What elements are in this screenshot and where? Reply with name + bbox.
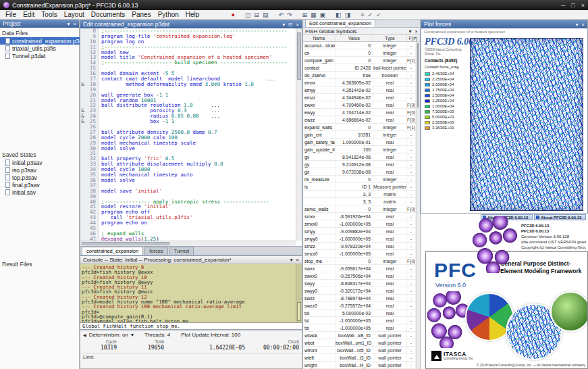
plot-close-icon[interactable]: × [582, 22, 585, 28]
symbol-row[interactable]: accumul...strains 0 integer - [303, 42, 416, 49]
saved-state-item[interactable]: final.p3sav [0, 181, 80, 189]
data-file-item[interactable]: constrained_expansion.p3dat [0, 37, 80, 45]
symbol-row[interactable]: servo_walls 0 integer F(0) [303, 205, 416, 213]
symbol-row[interactable]: expand_walls 0 integer F(1) [303, 124, 416, 131]
symbol-row[interactable]: wfront boxWall...nt5_ID wall pointer - [303, 347, 416, 354]
symbol-row[interactable]: emzz 4.344946e-02 real - [303, 94, 416, 101]
symbol-row[interactable]: ewzz 4.686664e-02 real F(0) [303, 116, 416, 124]
symbol-row[interactable]: do_zservo true boolean - [303, 72, 416, 79]
symbol-row[interactable]: compute_gain 0 integer F(1) [303, 57, 416, 64]
split-right-icon[interactable]: ◨ [345, 11, 351, 18]
fish-close-icon[interactable]: × [415, 28, 418, 34]
editor-vertical-scrollbar[interactable] [296, 28, 302, 241]
close-button[interactable]: × [581, 2, 585, 9]
scrollbar-thumb[interactable] [297, 302, 301, 321]
symbol-row[interactable]: smzz0 -1.000000e+05 real - [303, 250, 416, 257]
symbol-row[interactable]: smyy -9.009882e+04 real - [303, 228, 416, 235]
editor-tab[interactable]: constrained_expansion [82, 247, 143, 255]
saved-state-item[interactable]: iso.p3sav [0, 166, 80, 174]
menu-item[interactable]: Tools [38, 11, 60, 18]
editor-menu-icon[interactable]: ▾ [283, 22, 286, 28]
symbol-row[interactable]: smzz -9.978320e+04 real - [303, 243, 416, 250]
symbol-row[interactable]: smxx0 -1.000000e+05 real - [303, 220, 416, 228]
saved-state-item[interactable]: initial.sav [0, 189, 80, 196]
determinism-toggle-icon[interactable]: ✓ [367, 11, 373, 18]
panel-close-icon[interactable]: × [74, 21, 76, 27]
symbol-row[interactable]: smxx -8.591926e+04 real - [303, 213, 416, 220]
symbol-row[interactable]: ewxx 4.709460e-02 real F(0) [303, 101, 416, 109]
split-left-icon[interactable]: ◧ [336, 11, 342, 18]
symbol-row[interactable]: emxx 4.363609e-02 real - [303, 79, 416, 87]
collapse-status-icon[interactable]: ◀ [83, 333, 86, 337]
panel-menu-icon[interactable]: ▾ [68, 21, 70, 27]
saved-state-item[interactable]: initial.p3sav [0, 159, 80, 166]
minimize-button[interactable]: ─ [561, 2, 565, 9]
symbol-row[interactable]: tsi -1.000000e+05 real - [303, 317, 416, 324]
editor-float-icon[interactable]: ⊡ [288, 22, 292, 28]
scrollbar-thumb[interactable] [417, 43, 419, 107]
console-output[interactable]: --- Created history 9pfc3d>fish history … [80, 264, 296, 322]
autosave-toggle-icon[interactable]: ✓ [376, 11, 381, 18]
menu-item[interactable]: Documents [88, 11, 129, 18]
redo-icon[interactable]: ↷ [287, 11, 292, 18]
symbol-row[interactable]: gx 8.941824e-08 real - [303, 153, 416, 161]
single-view-icon[interactable]: ▣ [320, 11, 326, 18]
symbol-row[interactable]: stop_me 0 integer F(0) [303, 257, 416, 265]
symbol-row[interactable]: 3, 3 matrix - [303, 191, 416, 198]
data-file-item[interactable]: triaxial_utils.p3fis [0, 45, 80, 52]
show-project-icon[interactable]: ▤ [263, 11, 269, 18]
symbol-row[interactable]: contact ID 2428 ball-facet pointer - [303, 64, 416, 72]
symbol-row[interactable]: swzz -8.788974e+04 real - [303, 295, 416, 302]
console-menu-icon[interactable]: ▾ [290, 257, 293, 263]
add-view-icon[interactable]: ⊞ [302, 11, 308, 18]
code-editor-area[interactable]: 8 ;-------------------------------------… [80, 28, 296, 241]
menu-item[interactable]: File [2, 11, 20, 18]
plot-menu-icon[interactable]: ▾ [576, 22, 579, 28]
symbol-row[interactable]: swyy0 -9.320172e+04 real - [303, 287, 416, 295]
symbol-row[interactable]: ewyy 4.704714e-02 real F(0) [303, 109, 416, 116]
symbol-row[interactable]: swxx0 -9.267506e+04 real - [303, 272, 416, 280]
menu-item[interactable]: Layout [61, 11, 88, 18]
scrollbar-thumb[interactable] [82, 242, 169, 245]
maximize-button[interactable]: □ [571, 2, 574, 9]
symbol-row[interactable]: gain_safety_fac 1.000000e-01 real - [303, 139, 416, 146]
editor-tab[interactable]: Tunnel [169, 247, 194, 255]
record-button[interactable]: ● [231, 11, 234, 18]
list-view-icon[interactable]: ≡ [360, 11, 364, 18]
show-panes-icon[interactable]: ◫ [245, 11, 251, 18]
symbol-row[interactable]: 3, 3 matrix - [303, 198, 416, 205]
symbol-row[interactable]: wleft boxWall...t3_ID wall pointer - [303, 354, 416, 362]
symbol-row[interactable]: emyy 4.351442e-02 real - [303, 87, 416, 94]
symbol-row[interactable]: gy 9.216912e-08 real - [303, 161, 416, 168]
undo-icon[interactable]: ↶ [278, 11, 284, 18]
symbol-row[interactable]: wbot boxWall...om1_ID wall pointer - [303, 339, 416, 347]
symbol-row[interactable]: cn 0 integer - [303, 49, 416, 57]
symbol-row[interactable]: swxx -9.059617e+04 real - [303, 265, 416, 272]
saved-state-item[interactable]: top.p3sav [0, 174, 80, 181]
menu-item[interactable]: Help [182, 11, 203, 18]
symbol-row[interactable]: wright boxWall...t4_ID wall pointer - [303, 362, 416, 369]
scrollbar-thumb[interactable] [297, 32, 301, 80]
determinism-dropdown-icon[interactable]: ▾ [131, 332, 134, 338]
symbol-row[interactable]: is ID 1 Measure pointer - [303, 183, 416, 191]
symbol-row[interactable]: gain_update_freq 100 integer - [303, 146, 416, 153]
menu-item[interactable]: Python [155, 11, 182, 18]
tab-edit-constrained-expansion[interactable]: Edit constrained_expansion [305, 19, 375, 27]
symbol-row[interactable]: ini_measure 0 integer - [303, 176, 416, 183]
symbol-row[interactable]: swzz0 -9.275572e+04 real - [303, 302, 416, 310]
symbol-row[interactable]: wback boxWall...kB_ID wall pointer - [303, 332, 416, 339]
symbol-row[interactable]: smyy0 -1.000000e+05 real - [303, 235, 416, 243]
symbol-row[interactable]: gain_cnt 10281 integer - [303, 131, 416, 139]
menu-item[interactable]: Panes [128, 11, 154, 18]
editor-close-icon[interactable]: × [296, 22, 299, 28]
console-close-icon[interactable]: × [296, 257, 299, 263]
data-file-item[interactable]: Tunnel.p3dat [0, 52, 80, 59]
menu-item[interactable]: Edit [20, 11, 38, 18]
editor-tab[interactable]: forces [144, 247, 167, 255]
console-scrollbar[interactable] [296, 264, 302, 322]
symbol-row[interactable]: tsl -1.000000e+05 real - [303, 324, 416, 332]
symbol-row[interactable]: tol 5.000000e-03 real - [303, 310, 416, 317]
fish-menu-icon[interactable]: ▾ [409, 28, 412, 34]
editor-horizontal-scrollbar[interactable] [80, 241, 296, 246]
symbol-row[interactable]: swyy -8.848317e+04 real - [303, 280, 416, 287]
